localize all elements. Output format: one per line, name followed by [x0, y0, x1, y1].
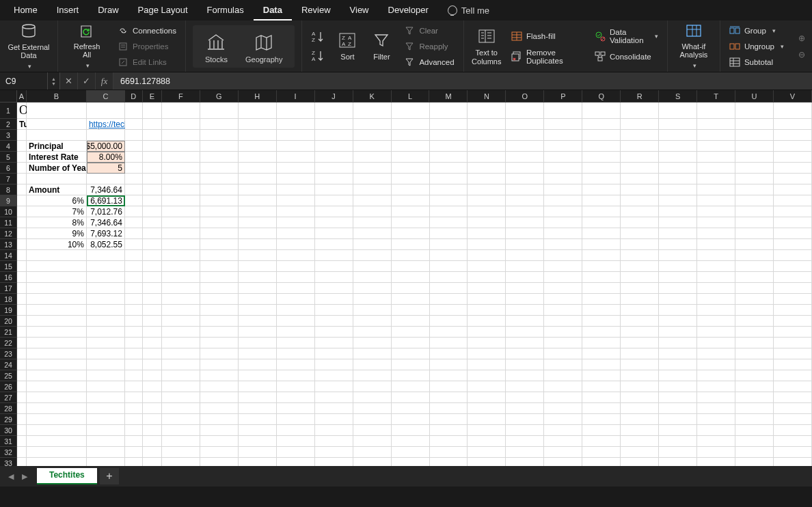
cell-H10[interactable]: [239, 206, 277, 217]
cell-N29[interactable]: [468, 414, 506, 425]
cell-O5[interactable]: [506, 152, 544, 163]
column-header-T[interactable]: T: [697, 90, 735, 102]
cell-G25[interactable]: [200, 370, 239, 381]
cell-T4[interactable]: [697, 141, 735, 152]
cell-R6[interactable]: [621, 163, 659, 174]
cell-T6[interactable]: [697, 163, 735, 174]
cell-F11[interactable]: [162, 217, 200, 228]
cell-D7[interactable]: [125, 174, 143, 184]
cell-D17[interactable]: [125, 283, 143, 294]
row-header[interactable]: 8: [0, 184, 17, 195]
cell-I14[interactable]: [277, 250, 315, 261]
cell-A23[interactable]: [17, 348, 27, 359]
cell-S16[interactable]: [659, 272, 697, 283]
cell-I25[interactable]: [277, 370, 315, 381]
cell-J26[interactable]: [315, 381, 353, 392]
cell-K15[interactable]: [353, 261, 392, 272]
cell-E5[interactable]: [143, 152, 162, 163]
cell-T15[interactable]: [697, 261, 735, 272]
cell-D19[interactable]: [125, 305, 143, 316]
cell-B14[interactable]: [27, 250, 87, 261]
cell-T16[interactable]: [697, 272, 735, 283]
column-header-F[interactable]: F: [162, 90, 200, 102]
cell-H11[interactable]: [239, 217, 277, 228]
cell-N20[interactable]: [468, 316, 506, 327]
cell-R18[interactable]: [621, 294, 659, 305]
cell-K2[interactable]: [353, 119, 392, 130]
cell-Q23[interactable]: [582, 348, 621, 359]
cell-D3[interactable]: [125, 130, 143, 141]
cell-I13[interactable]: [277, 239, 315, 250]
cell-P12[interactable]: [544, 228, 582, 239]
cell-D13[interactable]: [125, 239, 143, 250]
cell-A13[interactable]: [17, 239, 27, 250]
cell-U2[interactable]: [735, 119, 774, 130]
cell-C1[interactable]: [87, 102, 125, 119]
cell-M4[interactable]: [430, 141, 468, 152]
cell-N18[interactable]: [468, 294, 506, 305]
cell-Q3[interactable]: [582, 130, 621, 141]
cell-H21[interactable]: [239, 327, 277, 338]
cell-S30[interactable]: [659, 425, 697, 436]
cell-O13[interactable]: [506, 239, 544, 250]
cell-I3[interactable]: [277, 130, 315, 141]
cell-I15[interactable]: [277, 261, 315, 272]
cell-V4[interactable]: [774, 141, 812, 152]
cell-Q31[interactable]: [582, 436, 621, 447]
cell-K3[interactable]: [353, 130, 392, 141]
cell-Q25[interactable]: [582, 370, 621, 381]
cell-S28[interactable]: [659, 403, 697, 414]
cell-Q13[interactable]: [582, 239, 621, 250]
cell-C6[interactable]: 5: [87, 163, 125, 174]
cell-T20[interactable]: [697, 316, 735, 327]
cell-F12[interactable]: [162, 228, 200, 239]
cell-V5[interactable]: [774, 152, 812, 163]
cell-T3[interactable]: [697, 130, 735, 141]
cell-U12[interactable]: [735, 228, 774, 239]
cell-K8[interactable]: [353, 184, 392, 195]
cell-Q20[interactable]: [582, 316, 621, 327]
cell-M9[interactable]: [430, 195, 468, 206]
cell-R30[interactable]: [621, 425, 659, 436]
cell-L20[interactable]: [392, 316, 430, 327]
cell-H16[interactable]: [239, 272, 277, 283]
cell-E7[interactable]: [143, 174, 162, 184]
cell-H8[interactable]: [239, 184, 277, 195]
subtotal-button[interactable]: Subtotal: [727, 55, 786, 69]
cell-L29[interactable]: [392, 414, 430, 425]
cell-D20[interactable]: [125, 316, 143, 327]
cell-F6[interactable]: [162, 163, 200, 174]
row-header[interactable]: 13: [0, 239, 17, 250]
cell-C15[interactable]: [87, 261, 125, 272]
cell-M23[interactable]: [430, 348, 468, 359]
cell-G31[interactable]: [200, 436, 239, 447]
cell-M29[interactable]: [430, 414, 468, 425]
cell-F21[interactable]: [162, 327, 200, 338]
cell-F31[interactable]: [162, 436, 200, 447]
cell-B27[interactable]: [27, 392, 87, 403]
cell-J12[interactable]: [315, 228, 353, 239]
cell-U29[interactable]: [735, 414, 774, 425]
cell-P2[interactable]: [544, 119, 582, 130]
cell-I1[interactable]: [277, 102, 315, 119]
column-header-E[interactable]: E: [143, 90, 162, 102]
cell-I18[interactable]: [277, 294, 315, 305]
cell-M6[interactable]: [430, 163, 468, 174]
cell-T30[interactable]: [697, 425, 735, 436]
cell-H18[interactable]: [239, 294, 277, 305]
cell-U20[interactable]: [735, 316, 774, 327]
cell-H4[interactable]: [239, 141, 277, 152]
cell-R26[interactable]: [621, 381, 659, 392]
cell-S26[interactable]: [659, 381, 697, 392]
row-header[interactable]: 17: [0, 283, 17, 294]
cell-B18[interactable]: [27, 294, 87, 305]
cell-V22[interactable]: [774, 338, 812, 348]
cell-A30[interactable]: [17, 425, 27, 436]
cell-I22[interactable]: [277, 338, 315, 348]
cell-J9[interactable]: [315, 195, 353, 206]
cell-C23[interactable]: [87, 348, 125, 359]
cell-Q16[interactable]: [582, 272, 621, 283]
cell-G15[interactable]: [200, 261, 239, 272]
cell-T17[interactable]: [697, 283, 735, 294]
cell-B26[interactable]: [27, 381, 87, 392]
